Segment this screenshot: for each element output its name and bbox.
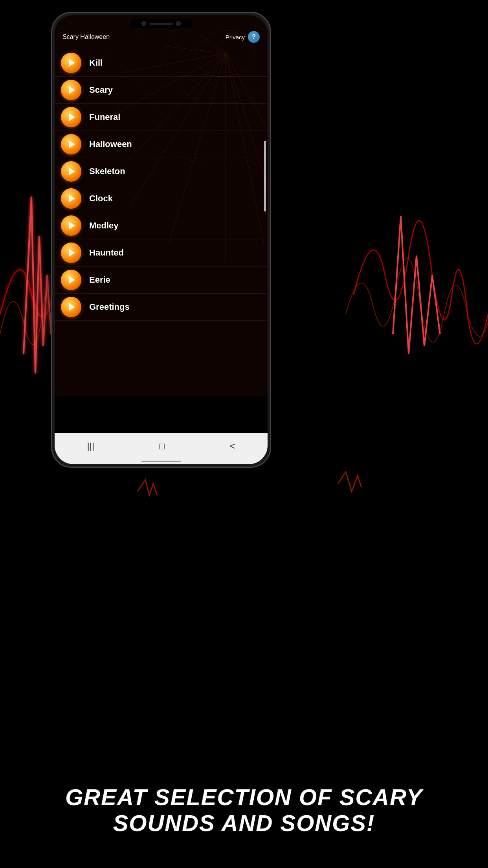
help-button[interactable]: ? <box>248 31 260 43</box>
song-item[interactable]: Kill <box>55 50 268 77</box>
song-item[interactable]: Greetings <box>55 294 268 321</box>
play-arrow-icon <box>69 140 75 148</box>
song-item[interactable]: Haunted <box>55 239 268 267</box>
song-name: Clock <box>89 193 113 204</box>
song-name: Halloween <box>89 139 132 149</box>
privacy-link[interactable]: Privacy <box>226 34 245 40</box>
scrollbar[interactable] <box>264 141 266 211</box>
play-arrow-icon <box>69 276 75 284</box>
play-button[interactable] <box>61 107 81 127</box>
play-arrow-icon <box>69 59 75 67</box>
song-item[interactable]: Clock <box>55 185 268 212</box>
play-arrow-icon <box>69 303 75 311</box>
song-name: Funeral <box>89 112 120 122</box>
play-button[interactable] <box>61 80 81 100</box>
back-icon[interactable]: < <box>230 441 235 452</box>
play-button[interactable] <box>61 297 81 317</box>
song-item[interactable]: Medley <box>55 212 268 239</box>
play-button[interactable] <box>61 215 81 236</box>
side-button <box>270 92 271 123</box>
song-item[interactable]: Halloween <box>55 131 268 158</box>
promo-line-2: sounds and songs! <box>0 810 488 837</box>
song-name: Skeleton <box>89 166 125 177</box>
play-button[interactable] <box>61 243 81 263</box>
play-arrow-icon <box>69 195 75 202</box>
promo-line-1: Great selection of scary <box>0 784 488 811</box>
bottom-nav: ||| □ < <box>55 433 268 464</box>
app-screen: Scary Halloween Privacy ? KillScaryFuner… <box>55 15 268 433</box>
play-button[interactable] <box>61 53 81 73</box>
song-name: Medley <box>89 221 119 231</box>
phone-notch <box>130 19 193 28</box>
play-arrow-icon <box>69 222 75 230</box>
song-item[interactable]: Skeleton <box>55 158 268 185</box>
song-item[interactable]: Eerie <box>55 267 268 294</box>
play-arrow-icon <box>69 113 75 121</box>
home-indicator-bar <box>141 461 181 462</box>
camera-dot-2 <box>176 21 181 26</box>
promo-text: Great selection of scary sounds and song… <box>0 784 488 837</box>
play-arrow-icon <box>69 86 75 94</box>
header-right: Privacy ? <box>226 31 260 43</box>
play-arrow-icon <box>69 167 75 175</box>
notch-bar <box>149 23 173 25</box>
play-arrow-icon <box>69 249 75 257</box>
song-name: Kill <box>89 58 103 68</box>
recent-apps-icon[interactable]: ||| <box>87 441 94 452</box>
phone-frame: Scary Halloween Privacy ? KillScaryFuner… <box>51 12 271 468</box>
song-list: KillScaryFuneralHalloweenSkeletonClockMe… <box>55 48 268 323</box>
camera-dot <box>141 21 146 26</box>
play-button[interactable] <box>61 270 81 290</box>
app-title: Scary Halloween <box>62 33 110 40</box>
play-button[interactable] <box>61 161 81 182</box>
song-item[interactable]: Scary <box>55 77 268 104</box>
song-name: Scary <box>89 85 113 95</box>
play-button[interactable] <box>61 134 81 154</box>
song-item[interactable]: Funeral <box>55 104 268 131</box>
home-icon[interactable]: □ <box>159 441 165 452</box>
song-name: Eerie <box>89 275 110 285</box>
song-name: Haunted <box>89 248 124 258</box>
song-name: Greetings <box>89 302 130 312</box>
play-button[interactable] <box>61 188 81 209</box>
